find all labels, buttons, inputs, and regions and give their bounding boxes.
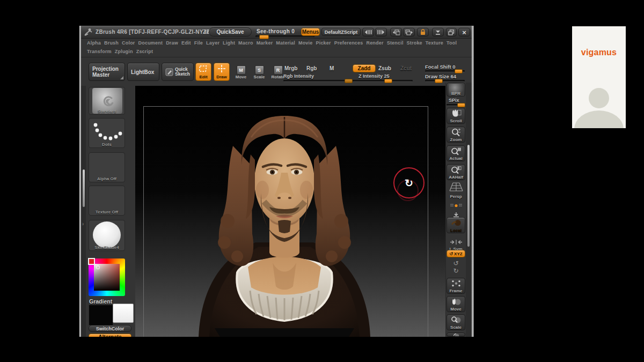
z-intensity-slider[interactable] xyxy=(353,80,413,82)
menu-macro[interactable]: Macro xyxy=(238,40,253,46)
bpr-button[interactable]: BPR xyxy=(447,83,465,97)
menu-transform[interactable]: Transform xyxy=(87,49,112,54)
current-texture-thumbnail[interactable]: Texture Off xyxy=(89,186,125,216)
draw-mode-button[interactable]: Draw xyxy=(214,63,230,81)
document-canvas[interactable]: ↻ xyxy=(135,86,445,337)
quicksave-button[interactable]: QuickSave xyxy=(209,27,252,36)
menu-edit[interactable]: Edit xyxy=(181,40,191,46)
zsub-button[interactable]: Zsub xyxy=(378,65,391,71)
move-key-icon: M xyxy=(237,65,246,75)
dots-stroke-icon xyxy=(91,122,123,142)
menu-file[interactable]: File xyxy=(194,40,203,46)
menu-tool[interactable]: Tool xyxy=(447,40,457,46)
focal-shift-handle[interactable] xyxy=(455,69,463,73)
focal-shift-slider[interactable] xyxy=(425,70,465,72)
menu-color[interactable]: Color xyxy=(122,40,135,46)
spin-cw-button[interactable]: ↻ xyxy=(447,267,465,275)
rgb-button[interactable]: Rgb xyxy=(306,65,317,71)
restore-button[interactable] xyxy=(446,28,457,36)
quick-sketch-button[interactable]: Quick Sketch xyxy=(162,63,194,81)
menu-layer[interactable]: Layer xyxy=(206,40,219,46)
projection-master-button[interactable]: Projection Master xyxy=(89,63,125,81)
menu-stroke[interactable]: Stroke xyxy=(407,40,422,46)
spix-handle[interactable] xyxy=(457,103,465,107)
menu-stencil[interactable]: Stencil xyxy=(387,40,404,46)
avatar-head xyxy=(589,88,609,108)
spix-slider[interactable] xyxy=(447,104,465,106)
menu-zplugin[interactable]: Zplugin xyxy=(115,49,133,54)
scroll-button[interactable]: Scroll xyxy=(447,108,465,124)
move-mode-button[interactable]: M Move xyxy=(233,65,248,79)
scroll-shelf-right-button[interactable] xyxy=(375,28,387,36)
spin-ccw-button[interactable]: ↺ xyxy=(447,260,465,267)
avatar xyxy=(574,110,624,128)
lightbox-button[interactable]: LightBox xyxy=(127,63,159,81)
alternate-button[interactable]: Alternate xyxy=(89,334,131,337)
current-stroke-thumbnail[interactable]: Dots xyxy=(89,118,125,148)
menu-brush[interactable]: Brush xyxy=(104,40,119,46)
scroll-shelf-left-button[interactable] xyxy=(362,28,374,36)
zoom-button[interactable]: Zoom xyxy=(447,127,465,143)
z-intensity-handle[interactable] xyxy=(384,79,392,83)
m-button[interactable]: M xyxy=(330,65,334,71)
menu-document[interactable]: Document xyxy=(138,40,163,46)
mrgb-button[interactable]: Mrgb xyxy=(284,65,297,71)
switch-color-button[interactable]: SwitchColor xyxy=(89,325,131,332)
previous-document-button[interactable] xyxy=(390,28,402,36)
menu-alpha[interactable]: Alpha xyxy=(87,40,101,46)
move-3d-icon xyxy=(451,297,462,307)
close-button[interactable]: × xyxy=(458,28,470,36)
left-tray-scrollbar[interactable] xyxy=(83,169,85,207)
rotate-3d-button-partial[interactable] xyxy=(447,333,465,337)
rgb-intensity-slider[interactable] xyxy=(283,80,352,82)
window-border-left xyxy=(79,26,81,337)
next-document-button[interactable] xyxy=(403,28,415,36)
frame-button[interactable]: Frame xyxy=(447,278,465,294)
draw-size-slider[interactable] xyxy=(425,80,465,82)
zcut-button[interactable]: Zcut xyxy=(400,65,412,71)
current-material-thumbnail[interactable]: SkinShade4 xyxy=(89,220,125,251)
local-pivot-icon xyxy=(451,218,462,228)
aahalf-button[interactable]: AAHalf xyxy=(447,164,465,180)
minimize-button[interactable] xyxy=(432,28,444,36)
menu-light[interactable]: Light xyxy=(223,40,235,46)
scale-3d-button[interactable]: Scale xyxy=(447,314,465,330)
secondary-color-swatch[interactable] xyxy=(113,304,134,323)
move-3d-button[interactable]: Move xyxy=(447,296,465,312)
color-picker[interactable] xyxy=(89,258,125,296)
menu-texture[interactable]: Texture xyxy=(426,40,443,46)
see-through-slider-handle[interactable] xyxy=(259,35,269,39)
menu-zscript[interactable]: Zscript xyxy=(136,49,153,54)
menu-draw[interactable]: Draw xyxy=(166,40,178,46)
menus-button[interactable]: Menus xyxy=(301,28,320,36)
persp-button[interactable]: Persp xyxy=(447,182,465,199)
main-color-swatch[interactable] xyxy=(89,305,113,326)
xyz-button[interactable]: ↺ XYZ xyxy=(447,250,465,257)
right-tray-scrollbar[interactable] xyxy=(467,145,470,247)
scale-mode-button[interactable]: S Scale xyxy=(252,65,267,79)
menu-render[interactable]: Render xyxy=(366,40,383,46)
current-alpha-thumbnail[interactable]: Alpha Off xyxy=(89,152,125,182)
edit-mode-button[interactable]: Edit xyxy=(195,63,211,81)
current-brush-thumbnail[interactable]: Standard xyxy=(89,87,125,115)
default-zscript-button[interactable]: DefaultZScript xyxy=(321,28,361,36)
spin-buttons: ↺ ↻ xyxy=(447,260,465,275)
zadd-button[interactable]: Zadd xyxy=(353,64,376,72)
lsym-button[interactable]: L.Sym xyxy=(447,237,465,252)
scale-key-icon: S xyxy=(255,65,264,75)
menu-preferences[interactable]: Preferences xyxy=(334,40,363,46)
rgb-intensity-handle[interactable] xyxy=(345,79,353,83)
left-gutter: › xyxy=(81,86,86,337)
close-icon: × xyxy=(462,28,466,36)
menu-bar-row1: Alpha Brush Color Document Draw Edit Fil… xyxy=(87,40,457,46)
next-document-icon xyxy=(405,29,413,35)
left-tray-chevron-icon[interactable]: › xyxy=(82,221,84,227)
actual-size-button[interactable]: Actual xyxy=(447,145,465,161)
menu-movie[interactable]: Movie xyxy=(298,40,313,46)
menu-picker[interactable]: Picker xyxy=(316,40,331,46)
draw-size-handle[interactable] xyxy=(435,79,443,83)
menu-marker[interactable]: Marker xyxy=(257,40,273,46)
menu-material[interactable]: Material xyxy=(276,40,295,46)
local-button[interactable]: Local xyxy=(447,217,465,233)
lock-button[interactable] xyxy=(417,28,429,36)
